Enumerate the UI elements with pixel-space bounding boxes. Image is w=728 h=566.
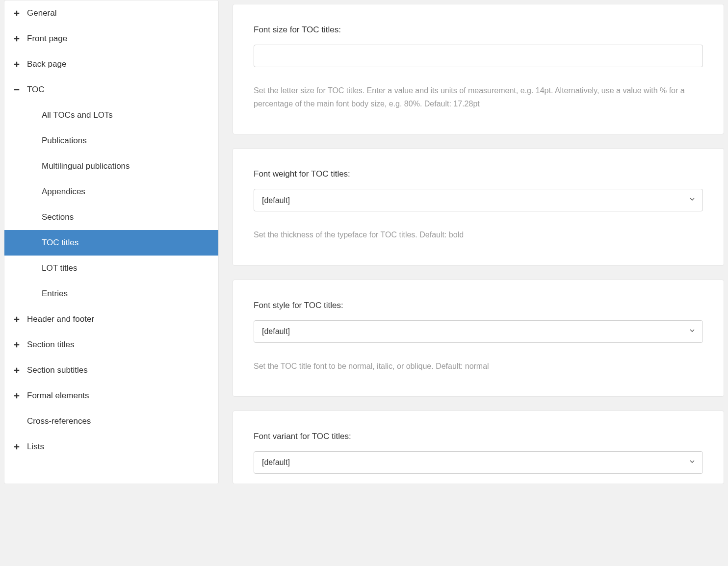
sidebar-item-label: TOC xyxy=(27,85,45,95)
sidebar-item-label: Section subtitles xyxy=(27,365,88,375)
plus-icon xyxy=(13,341,27,348)
field-label: Font style for TOC titles: xyxy=(254,301,703,310)
plus-icon xyxy=(13,443,27,450)
help-text: Set the letter size for TOC titles. Ente… xyxy=(254,84,703,110)
sidebar-item-cross-references[interactable]: Cross-references xyxy=(4,409,218,434)
sidebar-item-section-subtitles[interactable]: Section subtitles xyxy=(4,358,218,383)
sidebar-item-label: Cross-references xyxy=(27,416,91,426)
sidebar-item-label: All TOCs and LOTs xyxy=(42,110,113,120)
svg-rect-1 xyxy=(14,13,20,14)
sidebar-item-label: Front page xyxy=(27,34,67,44)
sidebar-item-label: Appendices xyxy=(42,187,85,197)
plus-icon xyxy=(13,61,27,68)
minus-icon xyxy=(13,86,27,93)
font-variant-select[interactable]: [default] xyxy=(254,451,703,474)
sidebar-item-entries[interactable]: Entries xyxy=(4,281,218,307)
svg-rect-3 xyxy=(14,38,20,39)
sidebar-item-label: Publications xyxy=(42,136,87,146)
sidebar-item-lot-titles[interactable]: LOT titles xyxy=(4,256,218,281)
field-card-font-variant: Font variant for TOC titles: [default] xyxy=(233,411,724,484)
field-label: Font size for TOC titles: xyxy=(254,25,703,35)
sidebar-item-label: TOC titles xyxy=(42,238,78,248)
sidebar-item-label: Sections xyxy=(42,212,74,222)
plus-icon xyxy=(13,35,27,42)
sidebar-item-label: Entries xyxy=(42,289,68,299)
svg-rect-5 xyxy=(14,64,20,65)
field-card-font-style: Font style for TOC titles: [default] Set… xyxy=(233,280,724,397)
sidebar-item-label: Header and footer xyxy=(27,314,94,324)
sidebar: GeneralFront pageBack pageTOCAll TOCs an… xyxy=(4,0,219,484)
sidebar-item-appendices[interactable]: Appendices xyxy=(4,179,218,205)
sidebar-item-all-tocs-and-lots[interactable]: All TOCs and LOTs xyxy=(4,103,218,128)
sidebar-item-multilingual-publications[interactable]: Multilingual publications xyxy=(4,154,218,179)
sidebar-item-label: Formal elements xyxy=(27,391,89,401)
sidebar-item-general[interactable]: General xyxy=(4,0,218,26)
sidebar-item-lists[interactable]: Lists xyxy=(4,434,218,460)
svg-rect-12 xyxy=(14,370,20,371)
sidebar-item-formal-elements[interactable]: Formal elements xyxy=(4,383,218,409)
plus-icon xyxy=(13,392,27,399)
plus-icon xyxy=(13,316,27,323)
sidebar-item-publications[interactable]: Publications xyxy=(4,128,218,154)
svg-rect-16 xyxy=(14,446,20,447)
sidebar-item-header-and-footer[interactable]: Header and footer xyxy=(4,307,218,332)
sidebar-item-label: LOT titles xyxy=(42,263,77,273)
help-text: Set the TOC title font to be normal, ita… xyxy=(254,360,703,373)
sidebar-item-front-page[interactable]: Front page xyxy=(4,26,218,51)
svg-rect-10 xyxy=(14,344,20,345)
sidebar-item-label: Lists xyxy=(27,442,44,452)
field-card-font-size: Font size for TOC titles: Set the letter… xyxy=(233,4,724,134)
font-weight-select[interactable]: [default] xyxy=(254,189,703,211)
sidebar-item-section-titles[interactable]: Section titles xyxy=(4,332,218,358)
sidebar-item-label: Back page xyxy=(27,59,66,69)
sidebar-item-label: Multilingual publications xyxy=(42,161,130,171)
sidebar-item-back-page[interactable]: Back page xyxy=(4,51,218,77)
field-label: Font variant for TOC titles: xyxy=(254,432,703,441)
font-style-select[interactable]: [default] xyxy=(254,320,703,343)
svg-rect-8 xyxy=(14,319,20,320)
field-label: Font weight for TOC titles: xyxy=(254,169,703,179)
sidebar-item-label: Section titles xyxy=(27,340,74,350)
sidebar-item-sections[interactable]: Sections xyxy=(4,205,218,230)
sidebar-item-toc[interactable]: TOC xyxy=(4,77,218,103)
svg-rect-14 xyxy=(14,395,20,396)
plus-icon xyxy=(13,367,27,374)
sidebar-item-label: General xyxy=(27,8,56,18)
field-card-font-weight: Font weight for TOC titles: [default] Se… xyxy=(233,148,724,265)
help-text: Set the thickness of the typeface for TO… xyxy=(254,228,703,241)
main-content: Font size for TOC titles: Set the letter… xyxy=(233,0,724,484)
svg-rect-6 xyxy=(14,89,20,90)
font-size-input[interactable] xyxy=(254,45,703,67)
sidebar-item-toc-titles[interactable]: TOC titles xyxy=(4,230,218,256)
plus-icon xyxy=(13,10,27,17)
